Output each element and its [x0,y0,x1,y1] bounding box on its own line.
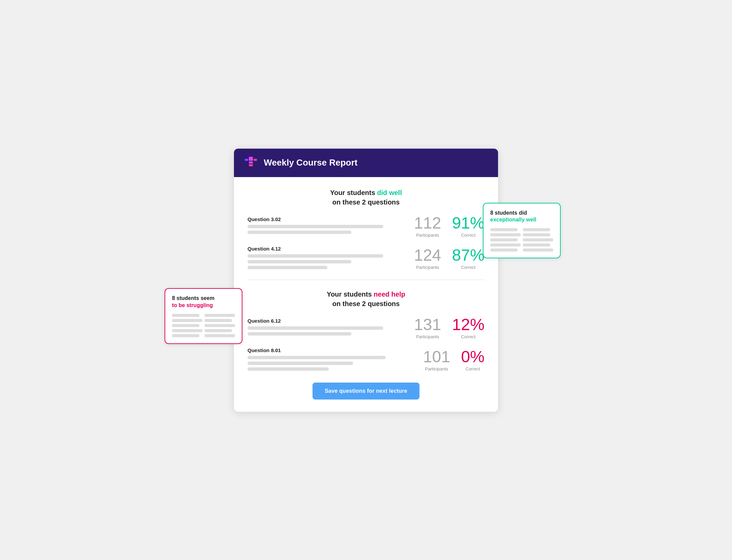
callout-well-card: 8 students did exceptionally well [483,203,561,259]
stat-label-correct-302: Correct [452,233,485,238]
skeleton-line [247,367,329,371]
question-label-412: Question 4.12 [247,246,407,252]
skeleton-line [247,231,351,234]
question-label-801: Question 8.01 [247,347,410,353]
stat-participants-302: 112 Participants [414,215,441,238]
page-wrapper: 8 students did exceptionally well 8 stud… [234,149,498,412]
stat-label-participants-612: Participants [414,334,441,339]
stat-correct-412: 87% Correct [452,247,485,270]
stat-correct-801: 0% Correct [461,349,485,371]
callout-struggling-title: 8 students seem to be struggling [172,295,235,309]
question-row-302: Question 3.02 112 Participants 91% Corre… [247,215,485,238]
skeleton-line [523,238,553,241]
section-divider [247,280,485,280]
skeleton-line [172,314,199,317]
question-info-801: Question 8.01 [247,347,410,373]
stats-412: 124 Participants 87% Correct [414,247,485,270]
skeleton-line [490,228,518,231]
skeleton-line [523,243,550,246]
question-info-612: Question 6.12 [247,318,407,338]
stat-participants-801: 101 Participants [423,349,450,371]
header-title: Weekly Course Report [264,157,358,168]
stats-612: 131 Participants 12% Correct [414,317,485,339]
stat-number-correct-412: 87% [452,247,485,263]
skeleton-line [247,254,383,258]
svg-rect-1 [249,161,253,164]
skeleton-line [523,233,550,236]
callout-struggling-card: 8 students seem to be struggling [165,288,242,344]
skeleton-line [204,324,235,327]
skeleton-line [523,249,553,252]
skeleton-line [172,324,199,327]
stat-label-correct-612: Correct [452,334,485,339]
stat-number-participants-412: 124 [414,247,441,263]
stats-302: 112 Participants 91% Correct [414,215,485,238]
stat-number-correct-612: 12% [452,317,485,333]
stat-participants-412: 124 Participants [414,247,441,270]
stat-label-correct-801: Correct [461,366,485,371]
stat-number-correct-801: 0% [461,349,485,365]
skeleton-line [247,326,383,330]
svg-rect-0 [249,157,253,161]
stat-label-participants-302: Participants [414,233,441,238]
logo-icon [243,155,258,170]
save-button[interactable]: Save questions for next lecture [313,383,419,400]
card-body: Your students did well on these 2 questi… [234,177,498,412]
skeleton-line [247,260,351,263]
question-row-412: Question 4.12 124 Participants 87% Corre… [247,246,485,272]
header: Weekly Course Report [234,149,498,177]
skeleton-line [172,334,199,337]
stat-number-participants-801: 101 [423,349,450,365]
skeleton-line [247,362,353,365]
stat-number-participants-302: 112 [414,215,441,231]
skeleton-line [204,314,235,317]
stat-number-correct-302: 91% [452,215,485,231]
skeleton-line [490,238,518,241]
question-row-612: Question 6.12 131 Participants 12% Corre… [247,317,485,339]
question-info-302: Question 3.02 [247,216,407,236]
question-label-612: Question 6.12 [247,318,407,324]
callout-well-skeletons [490,228,553,252]
question-label-302: Question 3.02 [247,216,407,222]
callout-well-title: 8 students did exceptionally well [490,210,553,224]
skeleton-line [204,329,232,332]
stat-label-participants-801: Participants [423,366,450,371]
skeleton-line [172,319,202,322]
skeleton-line [523,228,550,231]
stat-label-participants-412: Participants [414,265,441,270]
stat-label-correct-412: Correct [452,265,485,270]
stat-participants-612: 131 Participants [414,317,441,339]
skeleton-line [247,266,327,269]
svg-rect-2 [249,164,253,166]
did-well-section-title: Your students did well on these 2 questi… [247,188,485,207]
svg-rect-4 [254,159,257,161]
stat-correct-302: 91% Correct [452,215,485,238]
skeleton-line [247,332,351,336]
skeleton-line [490,243,521,246]
need-help-section-title: Your students need help on these 2 quest… [247,289,485,308]
question-info-412: Question 4.12 [247,246,407,272]
skeleton-line [172,329,202,332]
skeleton-line [490,249,518,252]
question-row-801: Question 8.01 101 Participants 0% Correc… [247,347,485,373]
callout-struggling-skeletons [172,314,235,337]
skeleton-line [247,356,386,359]
stat-correct-612: 12% Correct [452,317,485,339]
skeleton-line [204,334,235,337]
skeleton-line [204,319,232,322]
stats-801: 101 Participants 0% Correct [417,349,485,371]
svg-rect-3 [245,159,248,161]
main-card: Weekly Course Report Your students did w… [234,149,498,412]
skeleton-line [490,233,521,236]
skeleton-line [247,225,383,228]
stat-number-participants-612: 131 [414,317,441,333]
